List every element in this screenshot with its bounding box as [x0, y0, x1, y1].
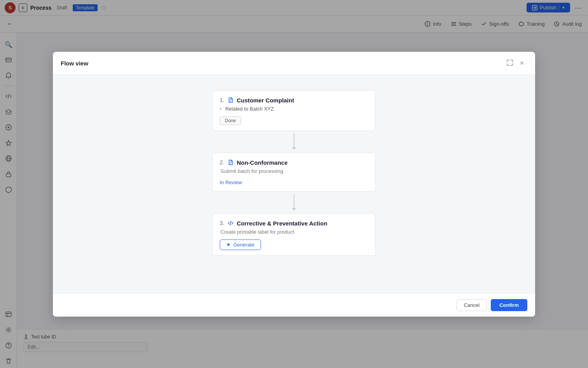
flow-container: 1. Customer Complaint • Related to Batch…	[212, 90, 376, 256]
step-3-name: Corrective & Preventative Action	[237, 220, 327, 227]
step-1-detail: • Related to Batch XYZ	[220, 106, 368, 112]
step-1-action: Done	[220, 116, 368, 125]
arrow-head	[292, 147, 296, 150]
modal-title: Flow view	[61, 60, 88, 67]
svg-marker-12	[228, 243, 230, 246]
step-1-num: 1.	[220, 97, 224, 103]
modal-body: 1. Customer Complaint • Related to Batch…	[53, 75, 535, 293]
close-button[interactable]: ×	[516, 58, 527, 69]
step-2-detail: Submit batch for processing.	[220, 168, 368, 174]
step-2-name: Non-Conformance	[237, 159, 288, 166]
code-icon	[228, 220, 234, 226]
arrow-line-2	[294, 194, 294, 208]
modal-footer: Cancel Confirm	[53, 293, 535, 317]
flow-step-3: 3. Corrective & Preventative Action Crea…	[212, 213, 376, 256]
doc-icon-1	[228, 97, 234, 103]
generate-button[interactable]: Generate	[220, 239, 261, 250]
modal-overlay: Flow view × 1.	[0, 0, 588, 368]
play-icon	[226, 242, 231, 247]
flow-step-2: 2. Non-Conformance Submit batch for proc…	[212, 153, 376, 192]
cancel-button[interactable]: Cancel	[457, 299, 487, 311]
flow-arrow-1	[292, 131, 296, 153]
flow-arrow-2	[292, 192, 296, 213]
flow-step-1: 1. Customer Complaint • Related to Batch…	[212, 90, 376, 131]
flow-view-modal: Flow view × 1.	[53, 52, 535, 317]
step-3-detail: Create printable label for product	[220, 229, 368, 235]
doc-icon-2	[228, 159, 234, 166]
review-status[interactable]: In Review	[220, 180, 242, 185]
step-3-num: 3.	[220, 220, 224, 226]
expand-icon[interactable]	[506, 59, 513, 68]
step-3-action: Generate	[220, 239, 368, 250]
confirm-button[interactable]: Confirm	[491, 299, 527, 311]
step-2-action: In Review	[220, 179, 368, 186]
modal-header: Flow view ×	[53, 52, 535, 75]
step-2-num: 2.	[220, 159, 224, 166]
step-1-name: Customer Complaint	[237, 97, 294, 104]
arrow-line	[294, 133, 294, 147]
arrow-head-2	[292, 208, 296, 211]
done-badge: Done	[220, 116, 241, 125]
